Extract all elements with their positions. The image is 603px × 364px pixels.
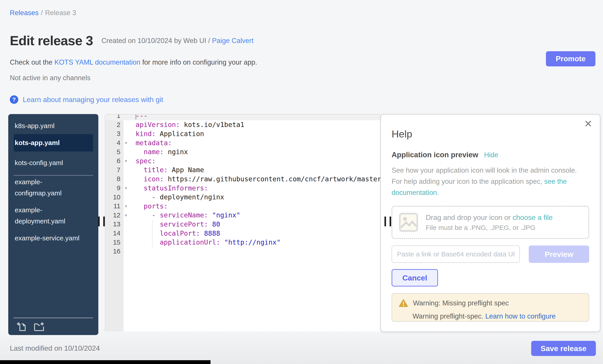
sidebar-resize-handle[interactable] — [98, 217, 105, 226]
sidebar-file-kots-app.yaml[interactable]: kots-app.yaml — [14, 134, 93, 152]
panel-resize-handle[interactable] — [384, 217, 391, 226]
code-text: metadata: — [136, 139, 172, 147]
page-title: Edit release 3 — [10, 33, 93, 48]
sidebar-file-example-service.yaml[interactable]: example-service.yaml — [14, 232, 84, 244]
code-line-8: 8 icon: https://raw.githubusercontent.co… — [105, 175, 381, 184]
help-panel: ✕ Help Application icon preview Hide See… — [381, 114, 600, 332]
section-description: See how your application icon will look … — [392, 165, 588, 198]
line-number: 5 — [105, 148, 124, 156]
fold-arrow-icon[interactable]: ▾ — [125, 212, 127, 218]
code-line-9: 9▾ statusInformers: — [105, 184, 381, 193]
code-text: --- — [136, 114, 148, 120]
fold-arrow-icon[interactable]: ▾ — [125, 186, 127, 191]
doc-info-line: Check out the KOTS YAML documentation fo… — [10, 58, 257, 66]
bottom-bar — [0, 360, 210, 364]
code-line-13: 13 servicePort: 80 — [105, 220, 381, 229]
code-line-10: 10 - deployment/nginx — [105, 192, 381, 202]
preflight-warning-box: Warning: Missing preflight spec Warning … — [392, 293, 589, 322]
line-number: 9 — [105, 184, 124, 192]
sidebar-file-example-deployment.yaml[interactable]: example-deployment.yaml — [14, 205, 84, 227]
cancel-button[interactable]: Cancel — [392, 269, 438, 287]
code-line-12: 12▾ - serviceName: "nginx" — [105, 211, 381, 220]
code-text: - serviceName: "nginx" — [136, 211, 240, 219]
line-number: 4 — [105, 139, 124, 147]
code-text: statusInformers: — [136, 184, 208, 192]
title-row: Edit release 3 Created on 10/10/2024 by … — [10, 33, 254, 48]
warning-title: Warning: Missing preflight spec — [413, 299, 509, 307]
created-text: Created on 10/10/2024 by Web UI / — [102, 37, 212, 44]
line-number: 3 — [105, 130, 124, 137]
line-number: 15 — [105, 239, 124, 246]
help-title: Help — [392, 128, 589, 140]
line-number: 13 — [105, 220, 124, 228]
code-line-3: 3kind: Application — [105, 129, 381, 138]
hide-link[interactable]: Hide — [484, 151, 499, 159]
sidebar-file-example-configmap.yaml[interactable]: example-configmap.yaml — [14, 176, 84, 199]
git-learn-link[interactable]: Learn about managing your releases with … — [23, 96, 163, 104]
breadcrumb-releases-link[interactable]: Releases — [10, 9, 39, 17]
sidebar-divider — [14, 175, 93, 176]
learn-configure-link[interactable]: Learn how to configure — [485, 312, 556, 320]
code-line-16: 16 — [105, 247, 381, 256]
breadcrumb-current: Release 3 — [45, 9, 76, 17]
save-release-button[interactable]: Save release — [531, 341, 596, 356]
line-number: 16 — [105, 247, 124, 255]
drop-requirements: File must be a .PNG, .JPEG, or .JPG — [426, 224, 553, 232]
sidebar-bottom-divider — [14, 318, 93, 318]
warning-text: Warning preflight-spec. — [413, 312, 485, 320]
code-line-14: 14 localPort: 8888 — [105, 229, 381, 238]
promote-button[interactable]: Promote — [546, 51, 595, 66]
code-line-15: 15 applicationUrl: "http://nginx" — [105, 238, 381, 247]
line-number: 12 — [105, 211, 124, 219]
image-placeholder-icon — [399, 213, 418, 232]
code-text: applicationUrl: "http://nginx" — [136, 238, 280, 246]
text-cursor — [136, 114, 136, 119]
code-area: 1---2apiVersion: kots.io/v1beta13kind: A… — [105, 114, 381, 256]
code-line-6: 6▾spec: — [105, 156, 381, 165]
icon-drop-zone[interactable]: Drag and drop your icon or choose a file… — [392, 206, 589, 239]
breadcrumb: Releases/Release 3 — [10, 9, 76, 17]
edit-release-page: Releases/Release 3 Edit release 3 Create… — [0, 0, 603, 364]
sidebar-file-kots-config.yaml[interactable]: kots-config.yaml — [14, 157, 84, 168]
fold-arrow-icon[interactable]: ▾ — [125, 158, 127, 164]
breadcrumb-separator: / — [41, 9, 43, 17]
code-text: spec: — [136, 157, 156, 165]
question-mark-icon: ? — [10, 95, 18, 104]
warning-detail: Warning preflight-spec. Learn how to con… — [413, 312, 582, 320]
preview-button[interactable]: Preview — [529, 245, 589, 263]
code-text: localPort: 8888 — [136, 230, 220, 237]
code-line-5: 5 name: nginx — [105, 147, 381, 156]
code-line-7: 7 title: App Name — [105, 165, 381, 175]
doc-text-post: for more info on configuring your app. — [140, 58, 257, 66]
created-author-link[interactable]: Paige Calvert — [212, 37, 254, 44]
file-sidebar: k8s-app.yamlkots-app.yamlkots-config.yam… — [8, 114, 98, 335]
code-line-1: 1--- — [105, 114, 381, 120]
line-number: 6 — [105, 157, 124, 165]
sidebar-file-k8s-app.yaml[interactable]: k8s-app.yaml — [14, 120, 84, 132]
code-text: servicePort: 80 — [136, 220, 220, 228]
new-file-icon[interactable] — [16, 321, 28, 332]
code-line-2: 2apiVersion: kots.io/v1beta1 — [105, 120, 381, 129]
line-number: 14 — [105, 230, 124, 237]
sidebar-actions — [16, 321, 45, 332]
icon-url-row: Preview — [392, 245, 589, 263]
fold-arrow-icon[interactable]: ▾ — [125, 140, 127, 145]
file-list: k8s-app.yamlkots-app.yamlkots-config.yam… — [8, 114, 98, 244]
description-period: . — [437, 189, 439, 197]
yaml-editor[interactable]: 1---2apiVersion: kots.io/v1beta13kind: A… — [105, 114, 381, 331]
line-number: 8 — [105, 175, 124, 183]
last-modified-text: Last modified on 10/10/2024 — [10, 344, 100, 353]
icon-url-input[interactable] — [392, 245, 520, 263]
code-text: name: nginx — [136, 148, 188, 156]
code-text: title: App Name — [136, 166, 204, 174]
choose-file-link[interactable]: choose a file — [513, 213, 553, 221]
code-text: apiVersion: kots.io/v1beta1 — [136, 121, 244, 129]
created-info: Created on 10/10/2024 by Web UI / Paige … — [102, 37, 254, 45]
fold-arrow-icon[interactable]: ▾ — [125, 204, 127, 209]
code-text: kind: Application — [136, 130, 204, 138]
code-line-4: 4▾metadata: — [105, 138, 381, 147]
channel-status: Not active in any channels — [10, 74, 91, 82]
kots-yaml-doc-link[interactable]: KOTS YAML documentation — [54, 58, 140, 66]
indent-guide — [152, 220, 152, 247]
new-folder-icon[interactable] — [34, 321, 45, 332]
